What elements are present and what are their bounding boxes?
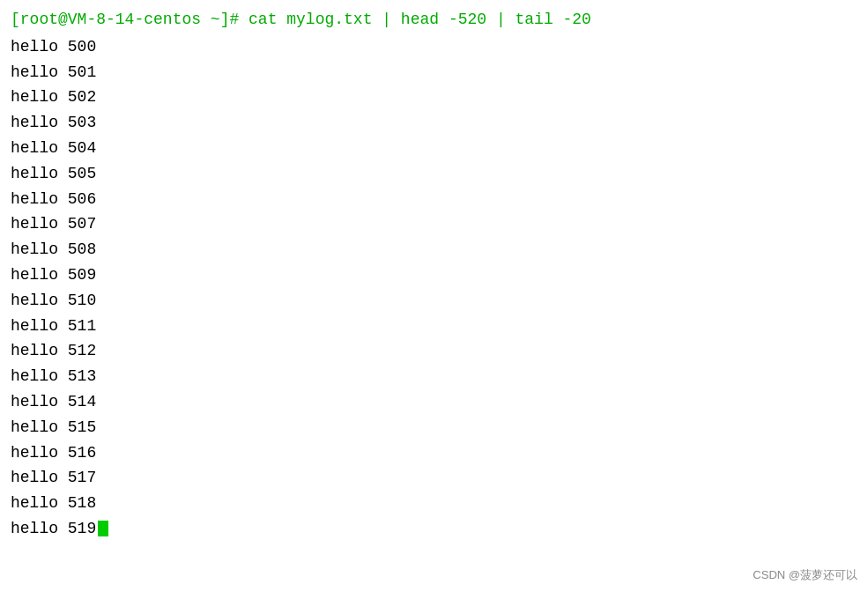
output-line: hello 517	[11, 465, 857, 491]
output-line: hello 515	[11, 415, 857, 440]
command-line: [root@VM-8-14-centos ~]# cat mylog.txt |…	[11, 7, 857, 33]
output-line: hello 506	[11, 187, 857, 212]
watermark: CSDN @菠萝还可以	[753, 567, 857, 583]
terminal-window[interactable]: [root@VM-8-14-centos ~]# cat mylog.txt |…	[0, 0, 868, 599]
output-line: hello 514	[11, 389, 857, 415]
last-line-text: hello 519	[11, 516, 96, 542]
output-line: hello 512	[11, 338, 857, 364]
output-line: hello 507	[11, 211, 857, 237]
output-line: hello 502	[11, 85, 857, 110]
output-line: hello 501	[11, 60, 857, 85]
last-output-line: hello 519	[11, 516, 857, 542]
output-line: hello 500	[11, 34, 857, 60]
output-line: hello 513	[11, 364, 857, 389]
cursor-icon	[98, 521, 108, 536]
output-line: hello 510	[11, 288, 857, 314]
output-line: hello 508	[11, 237, 857, 263]
output-container: hello 500hello 501hello 502hello 503hell…	[11, 34, 857, 542]
output-line: hello 516	[11, 440, 857, 466]
output-line: hello 518	[11, 491, 857, 516]
output-line: hello 505	[11, 161, 857, 187]
output-line: hello 509	[11, 263, 857, 288]
output-line: hello 504	[11, 136, 857, 161]
output-line: hello 503	[11, 110, 857, 136]
output-line: hello 511	[11, 314, 857, 339]
